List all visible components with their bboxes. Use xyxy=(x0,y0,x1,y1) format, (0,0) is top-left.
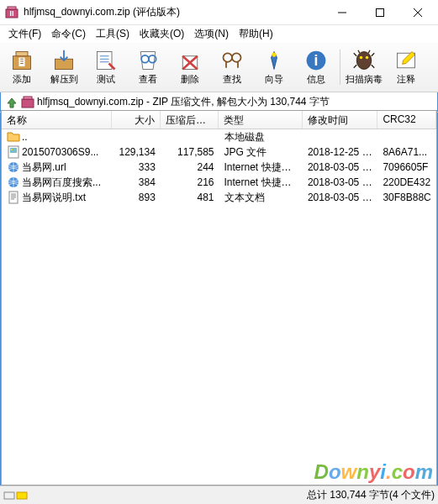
toolbar-info[interactable]: i信息 xyxy=(296,46,336,88)
col-name[interactable]: 名称 xyxy=(2,111,112,129)
toolbar-add[interactable]: 添加 xyxy=(2,46,42,88)
svg-rect-2 xyxy=(376,8,383,16)
col-size[interactable]: 大小 xyxy=(112,111,161,129)
up-icon[interactable] xyxy=(5,96,18,109)
col-type[interactable]: 类型 xyxy=(219,111,302,129)
svg-rect-6 xyxy=(98,52,113,70)
col-crc[interactable]: CRC32 xyxy=(377,111,436,129)
svg-point-23 xyxy=(11,149,13,150)
toolbar-find[interactable]: 查找 xyxy=(212,46,252,88)
scan-icon xyxy=(351,49,377,72)
file-row[interactable]: ..本地磁盘 xyxy=(2,129,436,144)
file-row[interactable]: 2015070306S9...129,134117,585JPG 文件2018-… xyxy=(2,144,436,160)
toolbar-test[interactable]: 测试 xyxy=(86,46,126,88)
column-headers: 名称 大小 压缩后大小 类型 修改时间 CRC32 xyxy=(2,111,436,129)
window-title: hlfjmsq_downyi.com.zip (评估版本) xyxy=(24,5,323,19)
menu-file[interactable]: 文件(F) xyxy=(3,25,46,43)
svg-rect-28 xyxy=(17,492,27,499)
toolbar-view[interactable]: 查看 xyxy=(128,46,168,88)
close-button[interactable] xyxy=(398,0,436,24)
col-packed[interactable]: 压缩后大小 xyxy=(161,111,219,129)
menu-options[interactable]: 选项(N) xyxy=(189,25,234,43)
toolbar-wizard[interactable]: 向导 xyxy=(254,46,294,88)
maximize-button[interactable] xyxy=(361,0,398,24)
archive-icon xyxy=(21,96,34,109)
delete-icon xyxy=(177,49,203,72)
toolbar-comment[interactable]: 注释 xyxy=(386,46,426,88)
file-row[interactable]: 当易网百度搜索...384216Internet 快捷方式2018-03-05 … xyxy=(2,175,436,190)
toolbar-scan[interactable]: 扫描病毒 xyxy=(344,46,384,88)
wizard-icon xyxy=(261,49,288,72)
find-icon xyxy=(219,49,245,72)
svg-point-11 xyxy=(232,53,241,62)
svg-rect-22 xyxy=(10,148,17,153)
svg-rect-20 xyxy=(24,97,32,99)
status-icon xyxy=(3,490,29,501)
menu-command[interactable]: 命令(C) xyxy=(46,25,91,43)
svg-point-12 xyxy=(272,52,276,56)
app-icon xyxy=(5,6,18,19)
svg-rect-19 xyxy=(22,99,34,108)
file-list-panel: 名称 大小 压缩后大小 类型 修改时间 CRC32 ..本地磁盘20150703… xyxy=(1,110,437,486)
extract-icon xyxy=(50,49,77,72)
svg-point-16 xyxy=(360,56,363,60)
menubar: 文件(F) 命令(C) 工具(S) 收藏夹(O) 选项(N) 帮助(H) xyxy=(0,25,438,43)
toolbar: 添加 解压到 测试 查看 删除 查找 向导 i信息 扫描病毒 注释 xyxy=(0,43,438,92)
test-icon xyxy=(92,49,119,72)
toolbar-extract[interactable]: 解压到 xyxy=(44,46,84,88)
status-total: 总计 130,744 字节(4 个文件) xyxy=(307,488,435,502)
toolbar-delete[interactable]: 删除 xyxy=(170,46,210,88)
file-list[interactable]: ..本地磁盘2015070306S9...129,134117,585JPG 文… xyxy=(2,129,436,485)
comment-icon xyxy=(393,49,420,72)
svg-point-10 xyxy=(224,53,233,62)
statusbar: 总计 130,744 字节(4 个文件) xyxy=(0,486,438,504)
svg-rect-27 xyxy=(4,492,14,499)
svg-point-15 xyxy=(356,52,372,70)
address-path: hlfjmsq_downyi.com.zip - ZIP 压缩文件, 解包大小为… xyxy=(37,95,330,109)
svg-rect-1 xyxy=(8,7,16,9)
minimize-button[interactable] xyxy=(323,0,361,24)
menu-tools[interactable]: 工具(S) xyxy=(91,25,135,43)
file-row[interactable]: 当易网.url333244Internet 快捷方式2018-03-05 1..… xyxy=(2,160,436,175)
add-icon xyxy=(8,49,35,72)
svg-text:i: i xyxy=(314,52,319,69)
titlebar: hlfjmsq_downyi.com.zip (评估版本) xyxy=(0,0,438,25)
file-row[interactable]: 当易网说明.txt893481文本文档2018-03-05 1...30F8B8… xyxy=(2,190,436,205)
menu-help[interactable]: 帮助(H) xyxy=(234,25,278,43)
view-icon xyxy=(135,49,161,72)
info-icon: i xyxy=(303,49,330,72)
menu-favorites[interactable]: 收藏夹(O) xyxy=(135,25,189,43)
svg-point-17 xyxy=(366,56,369,60)
col-modified[interactable]: 修改时间 xyxy=(303,111,377,129)
svg-rect-4 xyxy=(16,52,28,56)
